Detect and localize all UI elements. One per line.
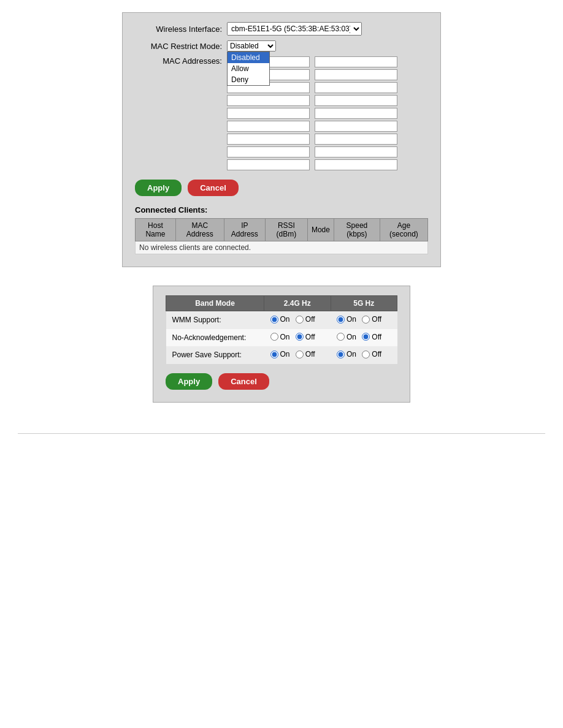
- no-ack-row: No-Acknowledgement: On Off: [166, 329, 397, 347]
- power-save-row: Power Save Support: On Off: [166, 346, 397, 364]
- wmm-5-off-label[interactable]: Off: [372, 315, 381, 324]
- wireless-interface-dropdown-container: cbm-E51E1-5G (5C:35:3B:AE:53:03): [227, 22, 362, 36]
- wmm-24-on-label[interactable]: On: [280, 315, 290, 324]
- pwr-5-on-label[interactable]: On: [347, 350, 356, 358]
- col-rssi: RSSI (dBm): [265, 219, 307, 241]
- mac-restrict-label: MAC Restrict Mode:: [135, 42, 227, 51]
- noack-5-off-label[interactable]: Off: [372, 333, 381, 341]
- pwr-24-off-label[interactable]: Off: [305, 350, 315, 358]
- mac-restrict-option-disabled[interactable]: Disabled: [228, 52, 269, 63]
- no-ack-5ghz-cell: On Off: [331, 329, 397, 347]
- bottom-apply-button[interactable]: Apply: [166, 373, 212, 390]
- top-cancel-button[interactable]: Cancel: [188, 180, 239, 196]
- noack-5-on-radio[interactable]: [337, 333, 345, 341]
- wmm-5-on-radio[interactable]: [337, 316, 345, 324]
- no-ack-24ghz-cell: On Off: [264, 329, 331, 347]
- band-table-head: Band Mode 2.4G Hz 5G Hz: [166, 296, 397, 311]
- power-save-24ghz-cell: On Off: [264, 346, 331, 364]
- band-table-header-row: Band Mode 2.4G Hz 5G Hz: [166, 296, 397, 311]
- clients-table-header-row: Host Name MAC Address IP Address RSSI (d…: [136, 219, 428, 241]
- noack-5-on-group: On: [337, 333, 356, 341]
- mac-input-14[interactable]: [315, 134, 397, 145]
- noack-5-off-radio[interactable]: [362, 333, 370, 341]
- col-mode: Mode: [307, 219, 334, 241]
- mac-restrict-option-allow[interactable]: Allow: [228, 63, 269, 74]
- wmm-24-off-label[interactable]: Off: [305, 315, 315, 324]
- wireless-interface-row: Wireless Interface: cbm-E51E1-5G (5C:35:…: [135, 22, 428, 36]
- noack-5-off-group: Off: [362, 333, 381, 341]
- col-band-mode: Band Mode: [166, 296, 264, 311]
- clients-table-body: No wireless clients are connected.: [136, 241, 428, 254]
- mac-input-7[interactable]: [227, 95, 310, 106]
- top-apply-button[interactable]: Apply: [135, 180, 182, 196]
- clients-table-head: Host Name MAC Address IP Address RSSI (d…: [136, 219, 428, 241]
- mac-input-13[interactable]: [227, 134, 310, 145]
- col-24ghz: 2.4G Hz: [264, 296, 331, 311]
- wmm-24-on-radio[interactable]: [270, 316, 278, 324]
- band-table-body: WMM Support: On Off: [166, 311, 397, 364]
- noack-24-on-radio[interactable]: [270, 333, 278, 341]
- mac-input-8[interactable]: [315, 95, 397, 106]
- no-ack-label: No-Acknowledgement:: [166, 329, 264, 347]
- mac-input-6[interactable]: [315, 82, 397, 93]
- col-hostname: Host Name: [136, 219, 176, 241]
- connected-clients-section: Connected Clients: Host Name MAC Address…: [135, 205, 428, 254]
- mac-input-11[interactable]: [227, 121, 310, 132]
- top-button-row: Apply Cancel: [135, 180, 428, 196]
- noack-24-off-group: Off: [296, 333, 315, 341]
- footer-divider: [18, 433, 545, 434]
- no-clients-message: No wireless clients are connected.: [136, 241, 428, 254]
- col-mac: MAC Address: [175, 219, 224, 241]
- wmm-24-on-group: On: [270, 315, 290, 324]
- mac-addresses-row: MAC Addresses:: [135, 56, 428, 170]
- mac-restrict-dropdown-list[interactable]: Disabled Allow Deny: [227, 51, 270, 86]
- mac-restrict-option-deny[interactable]: Deny: [228, 74, 269, 85]
- pwr-5-off-group: Off: [362, 350, 381, 358]
- wmm-5-on-group: On: [337, 315, 356, 324]
- mac-input-2[interactable]: [315, 56, 397, 67]
- band-table: Band Mode 2.4G Hz 5G Hz WMM Support: On: [166, 295, 397, 364]
- wmm-24ghz-cell: On Off: [264, 311, 331, 329]
- no-clients-row: No wireless clients are connected.: [136, 241, 428, 254]
- col-speed: Speed (kbps): [334, 219, 380, 241]
- connected-clients-title: Connected Clients:: [135, 205, 428, 214]
- clients-table: Host Name MAC Address IP Address RSSI (d…: [135, 218, 428, 254]
- pwr-5-on-radio[interactable]: [337, 351, 345, 358]
- pwr-24-on-radio[interactable]: [270, 351, 278, 358]
- mac-input-18[interactable]: [315, 159, 397, 170]
- mac-input-16[interactable]: [315, 146, 397, 157]
- wireless-interface-label: Wireless Interface:: [135, 25, 227, 34]
- noack-5-on-label[interactable]: On: [347, 333, 356, 341]
- mac-input-17[interactable]: [227, 159, 310, 170]
- mac-input-12[interactable]: [315, 121, 397, 132]
- pwr-24-off-group: Off: [296, 350, 315, 358]
- noack-24-on-label[interactable]: On: [280, 333, 290, 341]
- mac-addresses-label: MAC Addresses:: [135, 56, 227, 66]
- noack-24-off-radio[interactable]: [296, 333, 304, 341]
- pwr-5-on-group: On: [337, 350, 356, 358]
- wireless-interface-select[interactable]: cbm-E51E1-5G (5C:35:3B:AE:53:03): [227, 22, 362, 36]
- wmm-5-off-radio[interactable]: [362, 316, 370, 324]
- bottom-section: Band Mode 2.4G Hz 5G Hz WMM Support: On: [153, 286, 410, 403]
- col-age: Age (second): [380, 219, 427, 241]
- pwr-24-off-radio[interactable]: [296, 351, 304, 358]
- mac-input-9[interactable]: [227, 108, 310, 119]
- mac-input-4[interactable]: [315, 69, 397, 80]
- wmm-24-off-radio[interactable]: [296, 316, 304, 324]
- col-5ghz: 5G Hz: [331, 296, 397, 311]
- mac-input-10[interactable]: [315, 108, 397, 119]
- mac-input-15[interactable]: [227, 146, 310, 157]
- pwr-24-on-label[interactable]: On: [280, 350, 290, 358]
- col-ip: IP Address: [224, 219, 265, 241]
- power-save-5ghz-cell: On Off: [331, 346, 397, 364]
- pwr-5-off-radio[interactable]: [362, 351, 370, 358]
- noack-24-off-label[interactable]: Off: [305, 333, 315, 341]
- bottom-cancel-button[interactable]: Cancel: [218, 373, 269, 390]
- wmm-5-on-label[interactable]: On: [347, 315, 356, 324]
- mac-restrict-select[interactable]: Disabled Allow Deny: [227, 40, 276, 51]
- mac-restrict-dropdown-container[interactable]: Disabled Allow Deny Disabled Allow Deny: [227, 40, 276, 51]
- pwr-5-off-label[interactable]: Off: [372, 350, 381, 358]
- wmm-5-off-group: Off: [362, 315, 381, 324]
- power-save-label: Power Save Support:: [166, 346, 264, 364]
- wmm-support-label: WMM Support:: [166, 311, 264, 329]
